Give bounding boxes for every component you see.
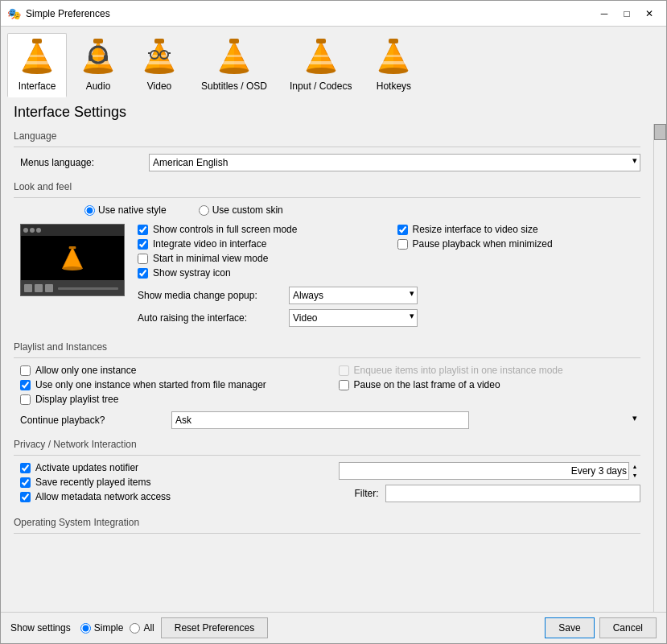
toolbar-item-interface[interactable]: Interface	[7, 33, 67, 97]
integrate-video-text: Integrate video in interface	[153, 238, 266, 250]
playlist-content: Allow only one instance Use only one ins…	[14, 365, 640, 429]
one-instance-file-checkbox[interactable]	[20, 380, 31, 390]
privacy-section: Privacy / Network Interaction Activate u…	[14, 439, 640, 507]
updates-notifier-checkbox[interactable]	[20, 463, 31, 473]
toolbar-item-hotkeys[interactable]: Hotkeys	[364, 33, 423, 97]
pause-last-frame-label[interactable]: Pause on the last frame of a video	[339, 379, 641, 390]
media-popup-label: Show media change popup:	[138, 290, 282, 301]
simple-radio[interactable]	[80, 623, 91, 634]
one-instance-text: Allow only one instance	[35, 365, 136, 376]
svg-rect-28	[222, 61, 246, 64]
bottom-bar-right: Save Cancel	[545, 617, 657, 638]
preview-ctrl-3	[45, 284, 53, 292]
toolbar-item-video[interactable]: Video	[130, 33, 189, 97]
filter-row: Filter:	[339, 485, 641, 502]
resize-interface-label[interactable]: Resize interface to video size	[397, 224, 641, 235]
preview-titlebar	[21, 225, 124, 236]
playlist-two-col: Allow only one instance Use only one ins…	[20, 365, 640, 408]
metadata-access-label[interactable]: Allow metadata network access	[20, 491, 323, 502]
save-button[interactable]: Save	[545, 617, 594, 638]
svg-rect-3	[29, 55, 45, 57]
playlist-right-col: Enqueue items into playlist in one insta…	[339, 365, 641, 408]
recently-played-label[interactable]: Save recently played items	[20, 477, 323, 488]
preview-ctrl-1	[24, 284, 32, 292]
minimal-view-checkbox[interactable]	[138, 254, 148, 264]
cancel-button[interactable]: Cancel	[599, 617, 657, 638]
filter-input[interactable]	[385, 485, 641, 502]
native-style-radio[interactable]	[84, 205, 95, 216]
playlist-left-col: Allow only one instance Use only one ins…	[20, 365, 323, 408]
minimize-button[interactable]: ─	[594, 5, 615, 23]
fullscreen-controls-label[interactable]: Show controls in full screen mode	[138, 224, 381, 235]
svg-rect-37	[316, 39, 326, 43]
all-radio-label[interactable]: All	[130, 622, 154, 634]
playlist-tree-checkbox[interactable]	[20, 394, 31, 405]
systray-checkbox[interactable]	[138, 268, 148, 279]
svg-rect-31	[229, 39, 239, 43]
scrollbar-thumb[interactable]	[654, 124, 666, 140]
fullscreen-controls-checkbox[interactable]	[138, 225, 148, 235]
menus-language-dropdown[interactable]: American English English French German	[149, 154, 640, 171]
preview-dot-3	[36, 228, 41, 233]
media-popup-dropdown[interactable]: Always Never Minimal view only	[289, 287, 418, 304]
pause-last-frame-checkbox[interactable]	[339, 380, 349, 390]
pause-minimized-label[interactable]: Pause playback when minimized	[397, 238, 641, 250]
all-radio[interactable]	[130, 623, 140, 634]
continue-dropdown[interactable]: Ask Yes No	[171, 411, 469, 429]
svg-rect-14	[104, 55, 108, 61]
continue-row: Continue playback? Ask Yes No	[20, 411, 640, 429]
privacy-section-title: Privacy / Network Interaction	[14, 439, 640, 450]
pause-minimized-checkbox[interactable]	[397, 239, 408, 250]
integrate-video-label[interactable]: Integrate video in interface	[138, 238, 381, 250]
custom-skin-radio[interactable]	[199, 205, 209, 216]
metadata-access-checkbox[interactable]	[20, 492, 31, 502]
toolbar-item-audio[interactable]: Audio	[68, 33, 128, 97]
preview-progress	[58, 287, 118, 290]
spinbox-down-arrow[interactable]: ▼	[629, 471, 640, 480]
recently-played-checkbox[interactable]	[20, 477, 31, 488]
playlist-tree-label[interactable]: Display playlist tree	[20, 394, 323, 405]
reset-preferences-button[interactable]: Reset Preferences	[161, 617, 268, 638]
one-instance-file-label[interactable]: Use only one instance when started from …	[20, 379, 323, 390]
systray-text: Show systray icon	[153, 267, 231, 279]
custom-skin-radio-label[interactable]: Use custom skin	[199, 204, 283, 216]
toolbar-item-subtitles[interactable]: Subtitles / OSD	[191, 33, 278, 97]
resize-interface-text: Resize interface to video size	[413, 224, 538, 235]
preview-controls	[21, 280, 124, 296]
minimal-view-label[interactable]: Start in minimal view mode	[138, 253, 381, 264]
updates-notifier-label[interactable]: Activate updates notifier	[20, 462, 323, 473]
pause-minimized-text: Pause playback when minimized	[413, 238, 553, 250]
playlist-section-title: Playlist and Instances	[14, 341, 640, 353]
maximize-button[interactable]: □	[616, 5, 637, 23]
simple-radio-label[interactable]: Simple	[80, 622, 124, 634]
svg-rect-40	[381, 61, 406, 64]
close-button[interactable]: ✕	[639, 5, 660, 23]
subtitles-icon	[215, 39, 253, 77]
checkboxes-area: Show controls in full screen mode Integr…	[138, 224, 640, 332]
toolbar-item-input[interactable]: Input / Codecs	[279, 33, 362, 97]
one-instance-label[interactable]: Allow only one instance	[20, 365, 323, 376]
native-style-radio-label[interactable]: Use native style	[84, 204, 167, 216]
svg-rect-43	[389, 39, 398, 43]
enqueue-playlist-label[interactable]: Enqueue items into playlist in one insta…	[339, 365, 641, 376]
content-area: Language Menus language: American Englis…	[1, 124, 666, 612]
enqueue-playlist-checkbox[interactable]	[339, 365, 349, 376]
spinbox-up-arrow[interactable]: ▲	[629, 462, 640, 471]
auto-raise-dropdown[interactable]: Video Always Never	[289, 309, 418, 327]
svg-rect-34	[309, 61, 333, 64]
playlist-tree-text: Display playlist tree	[35, 394, 118, 405]
scrollbar[interactable]	[653, 124, 666, 612]
update-frequency-spinbox[interactable]	[339, 462, 641, 480]
update-frequency-spinbox-wrapper: ▲ ▼	[339, 462, 641, 480]
continue-wrapper: Ask Yes No	[171, 411, 640, 429]
toolbar-interface-label: Interface	[19, 80, 56, 92]
one-instance-checkbox[interactable]	[20, 365, 31, 376]
toolbar-input-label: Input / Codecs	[290, 80, 352, 92]
app-icon: 🎭	[7, 7, 21, 20]
integrate-video-checkbox[interactable]	[138, 239, 148, 250]
interface-icon	[18, 39, 56, 77]
systray-label[interactable]: Show systray icon	[138, 267, 381, 279]
one-instance-file-text: Use only one instance when started from …	[35, 379, 266, 390]
vlc-preview	[20, 224, 125, 296]
resize-interface-checkbox[interactable]	[397, 225, 408, 235]
